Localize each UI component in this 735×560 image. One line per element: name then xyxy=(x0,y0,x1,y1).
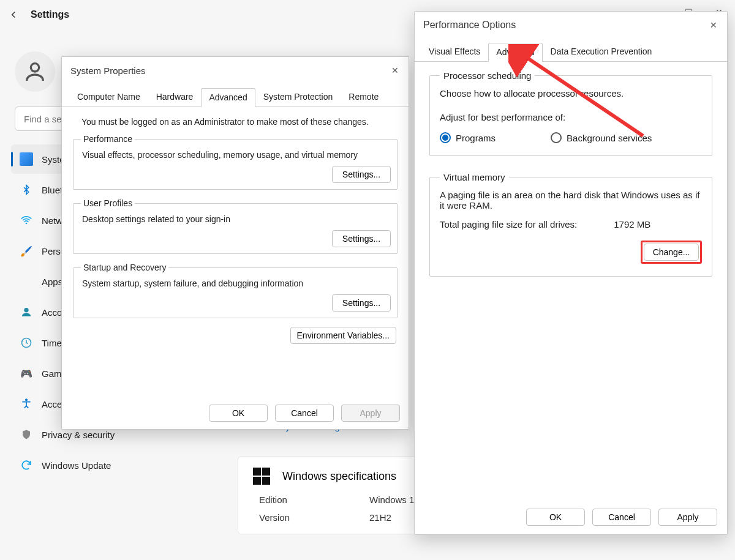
profiles-legend: User Profiles xyxy=(81,198,135,208)
svg-point-2 xyxy=(24,308,29,312)
proc-legend: Processor scheduling xyxy=(440,70,535,81)
processor-scheduling-section: Processor scheduling Choose how to alloc… xyxy=(429,70,712,156)
change-button[interactable]: Change... xyxy=(644,244,699,261)
performance-settings-button[interactable]: Settings... xyxy=(332,166,391,183)
environment-variables-button[interactable]: Environment Variables... xyxy=(290,327,396,344)
proc-adjust-label: Adjust for best performance of: xyxy=(440,112,702,122)
bluetooth-icon xyxy=(20,183,33,196)
annotation-highlight: Change... xyxy=(641,241,702,264)
update-icon xyxy=(20,458,33,472)
vm-desc: A paging file is an area on the hard dis… xyxy=(440,190,702,211)
dialog-title: System Properties xyxy=(62,57,409,84)
user-profiles-section: User Profiles Desktop settings related t… xyxy=(73,198,398,254)
close-icon[interactable]: ✕ xyxy=(706,18,721,32)
gaming-icon: 🎮 xyxy=(20,367,33,380)
startup-section: Startup and Recovery System startup, sys… xyxy=(73,263,398,318)
startup-legend: Startup and Recovery xyxy=(81,263,168,272)
admin-note: You must be logged on as an Administrato… xyxy=(81,117,398,127)
ok-button[interactable]: OK xyxy=(526,509,585,526)
tab-row: Computer Name Hardware Advanced System P… xyxy=(62,84,409,107)
nav-label: Windows Update xyxy=(42,460,111,471)
profiles-settings-button[interactable]: Settings... xyxy=(332,230,391,247)
tab-computer-name[interactable]: Computer Name xyxy=(69,88,148,106)
startup-desc: System startup, system failure, and debu… xyxy=(82,278,390,288)
radio-icon xyxy=(551,132,562,143)
vm-legend: Virtual memory xyxy=(440,172,509,182)
tab-row: Visual Effects Advanced Data Execution P… xyxy=(415,39,727,62)
radio-label: Programs xyxy=(456,133,496,143)
time-icon xyxy=(20,336,33,349)
virtual-memory-section: Virtual memory A paging file is an area … xyxy=(429,172,712,277)
personalization-icon: 🖌️ xyxy=(20,244,33,258)
spec-key: Edition xyxy=(259,495,369,505)
profiles-desc: Desktop settings related to your sign-in xyxy=(82,214,390,224)
vm-total-label: Total paging file size for all drives: xyxy=(440,219,577,230)
svg-point-0 xyxy=(31,64,39,72)
network-icon xyxy=(20,214,33,227)
proc-desc: Choose how to allocate processor resourc… xyxy=(440,88,702,99)
close-icon[interactable]: ✕ xyxy=(388,63,402,78)
performance-section: Performance Visual effects, processor sc… xyxy=(73,134,398,190)
system-properties-dialog: System Properties ✕ Computer Name Hardwa… xyxy=(61,56,409,430)
tab-system-protection[interactable]: System Protection xyxy=(255,88,341,106)
windows-logo-icon xyxy=(253,468,270,485)
radio-icon xyxy=(440,132,451,143)
svg-point-4 xyxy=(25,399,27,401)
tab-advanced[interactable]: Advanced xyxy=(488,43,542,62)
tab-advanced[interactable]: Advanced xyxy=(201,88,255,107)
performance-legend: Performance xyxy=(81,134,135,144)
cancel-button[interactable]: Cancel xyxy=(275,405,334,422)
dialog-title: Performance Options xyxy=(415,12,727,39)
spec-key: Version xyxy=(259,512,369,523)
nav-label: Privacy & security xyxy=(42,430,115,440)
performance-desc: Visual effects, processor scheduling, me… xyxy=(82,150,390,160)
tab-dep[interactable]: Data Execution Prevention xyxy=(543,42,660,61)
nav-label: Apps xyxy=(42,277,62,287)
performance-options-dialog: Performance Options ✕ Visual Effects Adv… xyxy=(414,11,728,535)
startup-settings-button[interactable]: Settings... xyxy=(332,294,391,312)
vm-total-value: 1792 MB xyxy=(614,219,650,230)
radio-background-services[interactable]: Background services xyxy=(551,132,652,143)
settings-title: Settings xyxy=(31,9,69,20)
avatar-icon xyxy=(15,51,55,92)
tab-visual-effects[interactable]: Visual Effects xyxy=(421,42,488,61)
ok-button[interactable]: OK xyxy=(209,405,268,422)
accounts-icon xyxy=(20,305,33,319)
accessibility-icon xyxy=(20,397,33,411)
tab-hardware[interactable]: Hardware xyxy=(148,88,202,106)
privacy-icon xyxy=(20,428,33,441)
system-icon xyxy=(20,152,33,166)
apply-button[interactable]: Apply xyxy=(658,509,717,526)
spec-title: Windows specifications xyxy=(282,470,396,483)
cancel-button[interactable]: Cancel xyxy=(592,509,651,526)
back-button[interactable] xyxy=(5,6,22,23)
radio-label: Background services xyxy=(567,133,652,143)
apply-button[interactable]: Apply xyxy=(341,405,400,422)
apps-icon xyxy=(20,275,33,288)
nav-update[interactable]: Windows Update xyxy=(11,450,216,480)
tab-remote[interactable]: Remote xyxy=(341,88,386,106)
svg-point-1 xyxy=(26,223,28,225)
radio-programs[interactable]: Programs xyxy=(440,132,496,143)
